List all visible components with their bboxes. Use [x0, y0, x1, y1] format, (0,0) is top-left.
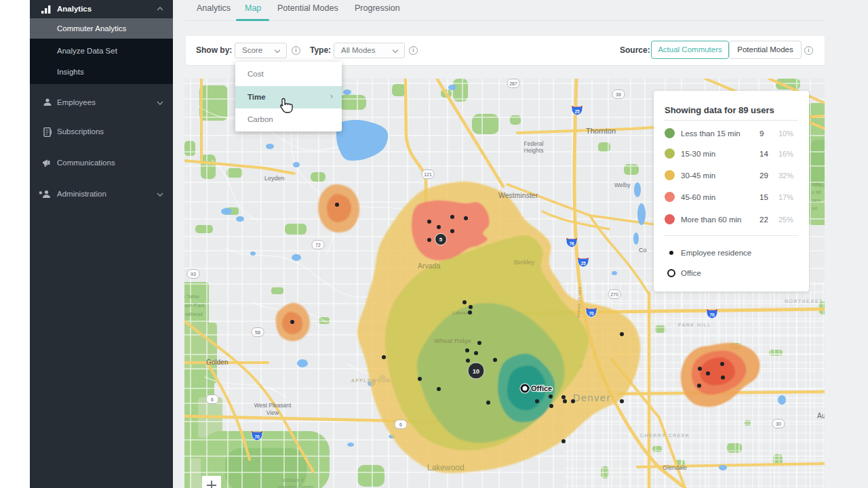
svg-text:Arvada: Arvada — [418, 262, 440, 270]
svg-text:Au: Au — [817, 412, 825, 420]
svg-text:Heights: Heights — [524, 147, 544, 154]
svg-text:APPLEWOOD: APPLEWOOD — [351, 378, 391, 383]
svg-text:6: 6 — [211, 397, 214, 402]
svg-text:121: 121 — [424, 172, 432, 177]
svg-text:serv: serv — [812, 198, 821, 203]
svg-text:Glendale: Glendale — [663, 464, 687, 471]
svg-text:ntain Park: ntain Park — [184, 302, 205, 308]
svg-text:70: 70 — [254, 434, 260, 439]
svg-text:287: 287 — [509, 81, 517, 86]
svg-text:Office: Office — [531, 384, 552, 392]
svg-text:Denver: Denver — [573, 392, 611, 403]
svg-text:Leyden: Leyden — [264, 175, 285, 182]
svg-text:Trailhead: Trailhead — [184, 311, 203, 317]
svg-text:93: 93 — [191, 272, 196, 277]
svg-text:30: 30 — [776, 422, 781, 426]
svg-text:ocky: ocky — [812, 182, 822, 187]
svg-text:View: View — [267, 409, 279, 416]
svg-text:Berkley: Berkley — [514, 259, 535, 266]
svg-text:Golden: Golden — [206, 359, 228, 366]
svg-text:West Pleasant: West Pleasant — [254, 402, 292, 409]
svg-text:Federal: Federal — [524, 140, 544, 147]
svg-text:orl: orl — [812, 206, 817, 211]
svg-text:25: 25 — [574, 109, 580, 114]
svg-text:72: 72 — [315, 243, 321, 247]
svg-text:58: 58 — [255, 330, 260, 335]
svg-text:NORTHEAST: NORTHEAST — [785, 299, 823, 304]
svg-text:Lakewood: Lakewood — [427, 463, 465, 472]
svg-text:36: 36 — [616, 92, 621, 97]
svg-text:70: 70 — [589, 311, 594, 316]
svg-text:Welby: Welby — [614, 182, 631, 188]
svg-text:Thornton: Thornton — [586, 127, 616, 135]
svg-text:Westminster: Westminster — [498, 191, 538, 199]
svg-text:u Mt: u Mt — [812, 190, 821, 195]
svg-text:6: 6 — [399, 422, 402, 427]
svg-text:25: 25 — [580, 261, 586, 266]
svg-text:Wheat Ridge: Wheat Ridge — [434, 337, 471, 344]
svg-text:270: 270 — [610, 292, 618, 297]
svg-text:William F: William F — [282, 477, 304, 483]
svg-text:5: 5 — [439, 237, 443, 243]
svg-text:Co: Co — [639, 247, 647, 253]
svg-text:76: 76 — [569, 241, 574, 246]
svg-text:th Table: th Table — [184, 293, 199, 300]
svg-text:CHERRY CREEK: CHERRY CREEK — [640, 433, 690, 438]
svg-text:PARK HILL: PARK HILL — [678, 323, 711, 327]
svg-text:70: 70 — [709, 312, 715, 317]
svg-text:10: 10 — [473, 368, 479, 375]
svg-text:Hayden Green: Hayden Green — [278, 484, 313, 488]
